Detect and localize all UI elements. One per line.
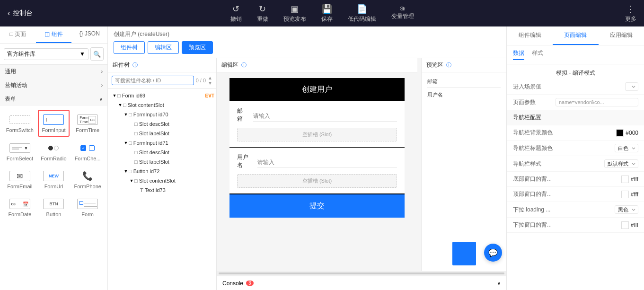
preview-publish-button[interactable]: ▣ 预览发布 <box>283 4 306 23</box>
tree-row-contentslot-72[interactable]: ▼ □ Slot contentSlot <box>108 177 216 185</box>
back-icon[interactable]: ‹ <box>8 9 10 18</box>
row-bottom-bg: 底部窗口的背... #fff <box>507 172 644 187</box>
left-panel: □ 页面 ◫ 组件 {} JSON 官方组件库 ▼ 🔍 通用 <box>0 26 108 290</box>
tab-page[interactable]: □ 页面 <box>0 26 36 43</box>
preview-button[interactable]: 预览区 <box>182 41 213 54</box>
undo-button[interactable]: ↺ 撤销 <box>230 4 242 23</box>
button-icon-preview: BTN <box>41 198 66 210</box>
tree-row-descslot-71[interactable]: □ Slot descSlot <box>108 149 216 156</box>
edit-area-header: 编辑区 ⓘ <box>217 58 417 72</box>
comp-item-formphone[interactable]: 📞 FormPhone <box>71 167 104 193</box>
comp-item-form[interactable]: Form <box>71 194 104 220</box>
tree-row-form69[interactable]: ▼ □ Form id69 EVT <box>108 92 216 99</box>
tree-row-labelslot-71[interactable]: □ Slot labelSlot <box>108 158 216 166</box>
expand-icon-9[interactable]: ▼ <box>123 169 129 174</box>
save-icon: 💾 <box>322 4 332 14</box>
comp-item-formtime[interactable]: Form Time08 FormTime <box>71 110 104 137</box>
preview-title: 创建用户 <box>229 78 405 101</box>
tree-row-descslot-70[interactable]: □ Slot descSlot <box>108 120 216 128</box>
bottom-scrollbar[interactable] <box>217 271 506 276</box>
console-label: Console <box>222 280 243 287</box>
tree-nav-arrows: ▲ ▼ <box>208 75 212 86</box>
submit-button[interactable]: 提交 <box>229 194 405 218</box>
tab-comp-edit[interactable]: 组件编辑 <box>507 26 553 45</box>
expand-icon-10[interactable]: ▼ <box>129 178 134 183</box>
expand-icon-3[interactable]: ▼ <box>123 112 129 117</box>
comp-item-formcheck[interactable]: ✓ FormChe... <box>71 139 104 165</box>
tree-up-arrow[interactable]: ▲ <box>208 75 212 80</box>
expand-icon-6[interactable]: ▼ <box>123 141 129 145</box>
nav-bg-color-swatch[interactable] <box>616 129 624 137</box>
more-button[interactable]: ⋮ 更多 <box>625 4 636 23</box>
search-icon: 🔍 <box>93 51 101 58</box>
preview-area: 预览区 ⓘ 邮箱 用户名 <box>421 58 506 271</box>
center-header: 创建用户 (createUser) 组件树 编辑区 预览区 <box>108 26 506 58</box>
var-manage-button[interactable]: Str 变量管理 <box>391 6 414 20</box>
app-title: 控制台 <box>13 9 33 18</box>
component-tab-icon: ◫ <box>44 31 51 37</box>
tab-component[interactable]: ◫ 组件 <box>36 26 72 43</box>
tree-row-slot-content[interactable]: ▼ □ Slot contentSlot <box>108 101 216 109</box>
section-general[interactable]: 通用 › <box>0 65 107 79</box>
undo-icon: ↺ <box>232 4 239 14</box>
comp-tree-header: 组件树 ⓘ <box>108 58 216 72</box>
email-input[interactable] <box>253 111 397 122</box>
tab-app-edit[interactable]: 应用编辑 <box>599 26 644 45</box>
comp-item-formswitch[interactable]: FormSwitch <box>4 110 36 137</box>
comp-tree-button[interactable]: 组件树 <box>114 41 145 54</box>
comp-item-forminput[interactable]: I FormInput <box>38 110 70 137</box>
low-code-button[interactable]: 📄 低代码编辑 <box>348 4 376 23</box>
email-slot: 空插槽 (Slot) <box>237 128 397 141</box>
tab-json[interactable]: {} JSON <box>71 26 107 43</box>
username-input[interactable] <box>257 157 397 168</box>
redo-button[interactable]: ↻ 重做 <box>257 4 268 23</box>
expand-icon-2[interactable]: ▼ <box>117 103 123 107</box>
form-icon <box>75 198 100 210</box>
button72-icon: □ <box>129 168 132 174</box>
edit-canvas: 创建用户 邮箱 空插槽 (Slot) <box>217 72 417 271</box>
nav-title-color-select[interactable]: 白色 <box>615 144 638 152</box>
comp-item-formemail[interactable]: ✉ FormEmail <box>4 167 36 193</box>
search-button[interactable]: 🔍 <box>90 47 104 61</box>
console-bar[interactable]: Console 3 ∧ <box>217 276 506 290</box>
scene-value-select[interactable] <box>625 82 638 91</box>
tree-search-input[interactable] <box>112 76 194 85</box>
formcheck-icon: ✓ <box>75 142 100 154</box>
right-body: 模拟 - 编译模式 进入场景值 页面参数 导航栏配置 <box>507 64 644 290</box>
top-bg-swatch[interactable] <box>621 191 629 198</box>
tree-row-labelslot-70[interactable]: □ Slot labelSlot <box>108 130 216 137</box>
slot-label-icon: □ <box>134 131 138 136</box>
tab-page-edit[interactable]: 页面编辑 <box>553 26 598 45</box>
loading-color-select[interactable]: 黑色 <box>615 205 638 214</box>
redo-icon: ↻ <box>259 4 266 14</box>
bottom-bg-swatch[interactable] <box>621 176 629 183</box>
comp-tree-area: 组件树 ⓘ 0 / 0 ▲ ▼ ▼ <box>108 58 217 290</box>
tree-row-forminput70[interactable]: ▼ □ FormInput id70 <box>108 111 216 118</box>
expand-icon[interactable]: ▼ <box>112 93 117 98</box>
row-loading-color: 下拉 loading ... 黑色 <box>507 202 644 218</box>
right-sub-tabs: 数据 样式 <box>507 45 644 64</box>
action-buttons: 组件树 编辑区 预览区 <box>114 41 213 54</box>
comp-item-formdate[interactable]: 08📅 FormDate <box>4 194 36 220</box>
edit-area-button[interactable]: 编辑区 <box>148 41 179 54</box>
nav-style-select[interactable]: 默认样式 <box>604 159 638 168</box>
sub-tab-style[interactable]: 样式 <box>532 49 543 60</box>
comp-item-button[interactable]: BTN Button <box>38 194 70 220</box>
comp-item-formurl[interactable]: NEW FormUrl <box>38 167 70 193</box>
comp-item-formradio[interactable]: FormRadio <box>38 139 70 165</box>
page-params-input[interactable] <box>556 98 638 106</box>
library-select[interactable]: 官方组件库 ▼ <box>4 48 88 60</box>
section-form[interactable]: 表单 ∧ <box>0 92 107 106</box>
tree-row-forminput71[interactable]: ▼ □ FormInput id71 <box>108 139 216 147</box>
sub-tab-data[interactable]: 数据 <box>513 49 524 60</box>
tree-row-button72[interactable]: ▼ □ Button id72 <box>108 167 216 175</box>
chat-button[interactable]: 💬 <box>484 244 502 262</box>
tree-down-arrow[interactable]: ▼ <box>208 80 212 86</box>
tree-row-text73[interactable]: T Text id73 <box>108 186 216 194</box>
center-panel: 创建用户 (createUser) 组件树 编辑区 预览区 组件树 ⓘ 0 / … <box>108 26 507 290</box>
section-marketing[interactable]: 营销活动 › <box>0 79 107 92</box>
comp-item-formselect[interactable]: ▼ FormSelect <box>4 139 36 165</box>
edit-info-icon: ⓘ <box>241 62 247 69</box>
save-button[interactable]: 💾 保存 <box>321 4 333 23</box>
pulldown-bg-swatch[interactable] <box>621 221 629 229</box>
